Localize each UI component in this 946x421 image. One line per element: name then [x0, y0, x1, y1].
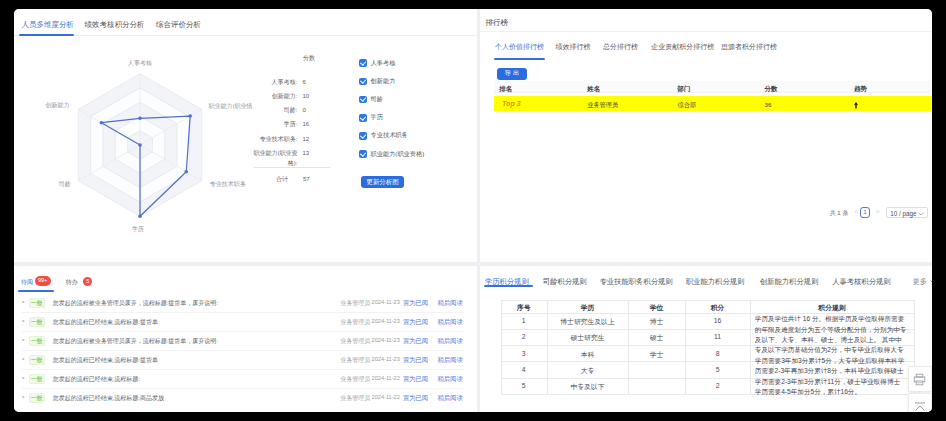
svg-text:司龄: 司龄 [58, 180, 71, 188]
svg-text:专业技术职务: 专业技术职务 [210, 181, 246, 187]
svg-text:学历: 学历 [132, 225, 144, 233]
svg-text:职业能力(职业情: 职业能力(职业情 [209, 103, 253, 110]
svg-text:人事考核: 人事考核 [127, 60, 152, 67]
svg-text:创新能力: 创新能力 [46, 101, 70, 109]
